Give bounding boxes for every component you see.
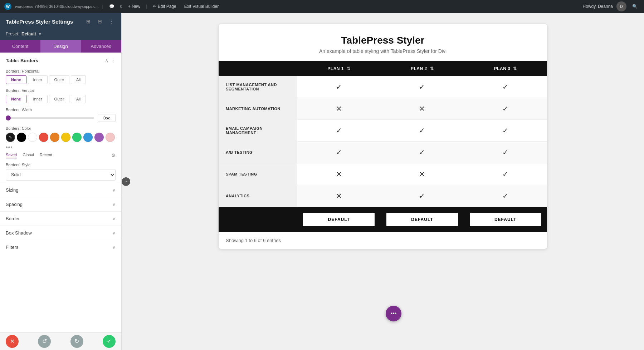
color-purple[interactable]: [94, 133, 104, 142]
check-icon: ✓: [502, 148, 508, 156]
footer-empty: [219, 207, 297, 232]
color-tab-global[interactable]: Global: [23, 153, 34, 158]
close-button[interactable]: ✕: [6, 335, 19, 348]
feature-cell: LIST MANAGEMENT AND SEGMENTATION: [219, 76, 297, 98]
filters-section[interactable]: Filters ∨: [0, 240, 121, 254]
color-pencil-icon[interactable]: ✎: [6, 133, 15, 142]
col-plan3[interactable]: PLAN 3 ⇅: [464, 61, 547, 76]
color-blue[interactable]: [83, 133, 93, 142]
copy-icon[interactable]: ⊞: [84, 17, 93, 26]
wp-logo-icon[interactable]: W: [4, 3, 11, 10]
borders-color-row: Borders: Color ✎ ••• Saved: [0, 124, 121, 161]
plan2-sort-icon[interactable]: ⇅: [430, 66, 434, 71]
exit-builder-button[interactable]: Exit Visual Builder: [182, 3, 221, 10]
sidebar: TablePress Styler Settings ⊞ ⊟ ⋮ Preset:…: [0, 13, 122, 350]
slider-thumb[interactable]: [6, 115, 11, 120]
table-footer-row: DEFAULT DEFAULT DEFAULT: [219, 207, 547, 232]
sidebar-title: TablePress Styler Settings: [6, 19, 73, 25]
feature-cell: MARKETING AUTOMATION: [219, 98, 297, 120]
plan2-cell: ✓: [381, 120, 464, 142]
new-button[interactable]: + New: [126, 3, 142, 10]
plan2-cell: ✓: [381, 142, 464, 163]
box-shadow-label: Box Shadow: [6, 230, 32, 236]
float-menu-button[interactable]: •••: [386, 306, 401, 321]
plan2-cell: ✓: [381, 76, 464, 98]
section-header: Table: Borders ∧ ⋮: [0, 53, 121, 67]
color-yellow[interactable]: [61, 133, 70, 142]
color-orange[interactable]: [50, 133, 59, 142]
sizing-section[interactable]: Sizing ∨: [0, 183, 121, 197]
section-more-icon[interactable]: ⋮: [111, 58, 116, 63]
grid-icon[interactable]: ⊟: [96, 17, 104, 26]
data-table: PLAN 1 ⇅ PLAN 2 ⇅ PLAN 3 ⇅: [219, 61, 547, 232]
comment-count: 0: [120, 4, 122, 9]
plan1-label: PLAN 1: [327, 66, 344, 71]
color-red[interactable]: [39, 133, 48, 142]
color-settings-icon[interactable]: ⚙: [111, 153, 116, 158]
border-section[interactable]: Border ∨: [0, 211, 121, 226]
check-icon: ✓: [502, 83, 508, 91]
filters-arrow-icon: ∨: [112, 245, 116, 250]
col-plan1[interactable]: PLAN 1 ⇅: [297, 61, 381, 76]
cross-icon: ✕: [336, 192, 342, 200]
comment-icon[interactable]: 💬: [107, 3, 117, 10]
col-plan2[interactable]: PLAN 2 ⇅: [381, 61, 464, 76]
color-tab-recent[interactable]: Recent: [40, 153, 52, 158]
color-pink[interactable]: [106, 133, 115, 142]
color-green[interactable]: [72, 133, 82, 142]
border-v-none[interactable]: None: [6, 95, 26, 103]
preset-dropdown-icon[interactable]: ▼: [38, 32, 42, 36]
box-shadow-section[interactable]: Box Shadow ∨: [0, 226, 121, 240]
spacing-section[interactable]: Spacing ∨: [0, 197, 121, 211]
more-icon[interactable]: ⋮: [107, 17, 116, 26]
table-row: MARKETING AUTOMATION✕✕✓: [219, 98, 547, 120]
plan3-cell: ✓: [464, 163, 547, 185]
topbar-divider2: |: [146, 4, 147, 9]
edit-page-button[interactable]: ✏ Edit Page: [151, 3, 178, 10]
border-h-none[interactable]: None: [6, 75, 26, 84]
plan3-cell: ✓: [464, 185, 547, 207]
plan1-sort-icon[interactable]: ⇅: [347, 66, 351, 71]
filters-label: Filters: [6, 245, 18, 250]
undo-button[interactable]: ↺: [38, 335, 51, 348]
plan3-cell: ✓: [464, 76, 547, 98]
user-avatar[interactable]: D: [616, 1, 626, 11]
section-title: Table: Borders: [6, 58, 38, 63]
tab-design[interactable]: Design: [40, 40, 81, 53]
topbar-divider: |: [102, 4, 103, 9]
spacing-label: Spacing: [6, 202, 23, 207]
default-btn-1[interactable]: DEFAULT: [303, 213, 375, 226]
more-colors-icon[interactable]: •••: [6, 144, 13, 151]
default-btn-2[interactable]: DEFAULT: [386, 213, 458, 226]
border-v-outer[interactable]: Outer: [49, 95, 70, 103]
table-subtitle: An example of table styling with TablePr…: [226, 48, 540, 54]
default-btn-3[interactable]: DEFAULT: [470, 213, 541, 226]
borders-style-select[interactable]: Solid Dashed Dotted Double None: [6, 169, 116, 181]
border-h-inner[interactable]: Inner: [28, 75, 48, 84]
feature-cell: EMAIL CAMPAIGN MANAGEMENT: [219, 120, 297, 142]
redo-button[interactable]: ↻: [70, 335, 83, 348]
color-tab-saved[interactable]: Saved: [6, 153, 17, 158]
table-card-header: TablePress Styler An example of table st…: [219, 24, 547, 61]
tab-content[interactable]: Content: [0, 40, 40, 53]
sidebar-tabs: Content Design Advanced: [0, 40, 121, 53]
search-icon[interactable]: 🔍: [630, 3, 640, 10]
color-swatches: ✎: [6, 133, 116, 142]
color-white[interactable]: [28, 133, 37, 142]
tab-advanced[interactable]: Advanced: [81, 40, 121, 53]
borders-width-input[interactable]: 0px: [98, 114, 116, 122]
color-black[interactable]: [17, 133, 26, 142]
border-h-outer[interactable]: Outer: [49, 75, 70, 84]
sidebar-toggle[interactable]: →: [122, 177, 130, 186]
table-row: ANALYTICS✕✓✓: [219, 185, 547, 207]
plan3-sort-icon[interactable]: ⇅: [513, 66, 517, 71]
borders-horizontal-row: Borders: Horizontal None Inner Outer All: [0, 67, 121, 86]
border-h-all[interactable]: All: [71, 75, 86, 84]
borders-vertical-label: Borders: Vertical: [6, 88, 116, 93]
collapse-icon[interactable]: ∧: [105, 58, 108, 63]
border-v-all[interactable]: All: [71, 95, 86, 103]
border-v-inner[interactable]: Inner: [28, 95, 48, 103]
slider-track[interactable]: [6, 117, 94, 119]
user-label: Howdy, Deanna: [583, 4, 613, 9]
save-button[interactable]: ✓: [103, 335, 116, 348]
